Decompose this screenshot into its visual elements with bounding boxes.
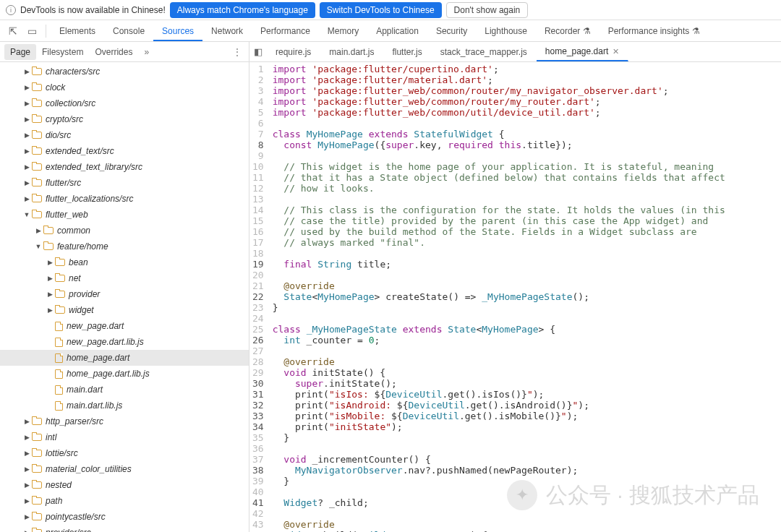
code-line[interactable]: int _counter = 0; bbox=[273, 335, 725, 346]
code-line[interactable]: print("isAndroid: ${DeviceUtil.get().isA… bbox=[273, 400, 725, 411]
folder-widget[interactable]: ▶widget bbox=[0, 302, 249, 318]
chevron-right-icon[interactable]: ▶ bbox=[23, 147, 30, 155]
navigator-tab-filesystem[interactable]: Filesystem bbox=[36, 44, 89, 60]
folder-provider[interactable]: ▶provider bbox=[0, 286, 249, 302]
chevron-right-icon[interactable]: ▶ bbox=[46, 306, 54, 314]
tab-network[interactable]: Network bbox=[202, 22, 252, 40]
code-line[interactable] bbox=[273, 346, 725, 356]
code-line[interactable]: void _incrementCounter() { bbox=[273, 454, 725, 465]
folder-lottie-src[interactable]: ▶lottie/src bbox=[0, 445, 249, 461]
folder-extended-text-library-src[interactable]: ▶extended_text_library/src bbox=[0, 159, 249, 175]
code-content[interactable]: import 'package:flutter/cupertino.dart';… bbox=[270, 62, 725, 532]
chevron-right-icon[interactable]: ▶ bbox=[23, 179, 30, 186]
code-line[interactable]: class MyHomePage extends StatefulWidget … bbox=[273, 129, 725, 140]
code-line[interactable] bbox=[273, 248, 725, 259]
code-line[interactable]: } bbox=[273, 476, 725, 486]
file-tree[interactable]: ▶characters/src▶clock▶collection/src▶cry… bbox=[0, 62, 249, 532]
code-line[interactable]: // This widget is the home page of your … bbox=[273, 161, 725, 172]
code-line[interactable] bbox=[273, 508, 725, 519]
chevron-right-icon[interactable]: ▶ bbox=[46, 291, 54, 298]
code-line[interactable]: // how it looks. bbox=[273, 183, 725, 194]
dont-show-again-button[interactable]: Don't show again bbox=[446, 2, 529, 18]
code-line[interactable]: // This class is the configuration for t… bbox=[273, 205, 725, 215]
more-tabs-icon[interactable]: » bbox=[141, 47, 152, 57]
code-line[interactable]: // that it has a State object (defined b… bbox=[273, 172, 725, 183]
chevron-right-icon[interactable]: ▶ bbox=[23, 481, 30, 489]
folder-net[interactable]: ▶net bbox=[0, 270, 249, 286]
code-line[interactable] bbox=[273, 313, 725, 324]
navigator-tab-overrides[interactable]: Overrides bbox=[89, 44, 138, 60]
tab-elements[interactable]: Elements bbox=[51, 22, 104, 40]
code-line[interactable]: print("initState"); bbox=[273, 421, 725, 432]
chevron-right-icon[interactable]: ▶ bbox=[23, 116, 30, 123]
file-tab-main-dart-js[interactable]: main.dart.js bbox=[320, 43, 383, 61]
code-line[interactable]: class _MyHomePageState extends State<MyH… bbox=[273, 324, 725, 335]
code-line[interactable] bbox=[273, 194, 725, 205]
code-line[interactable]: // always marked "final". bbox=[273, 237, 725, 248]
code-line[interactable]: import 'package:flutter_web/common/util/… bbox=[273, 107, 725, 118]
code-line[interactable]: print("isIos: ${DeviceUtil.get().isIos()… bbox=[273, 389, 725, 400]
code-line[interactable] bbox=[273, 443, 725, 454]
chevron-right-icon[interactable]: ▶ bbox=[23, 418, 30, 425]
code-line[interactable]: super.initState(); bbox=[273, 378, 725, 389]
code-line[interactable]: @override bbox=[273, 356, 725, 367]
navigator-tab-page[interactable]: Page bbox=[4, 44, 36, 60]
code-editor[interactable]: 1234567891011121314151617181920212223242… bbox=[249, 62, 781, 532]
code-line[interactable]: import 'package:flutter/cupertino.dart'; bbox=[273, 64, 725, 74]
chevron-right-icon[interactable]: ▶ bbox=[23, 450, 30, 457]
folder-material-color-utilities[interactable]: ▶material_color_utilities bbox=[0, 461, 249, 477]
folder-intl[interactable]: ▶intl bbox=[0, 429, 249, 445]
folder-dio-src[interactable]: ▶dio/src bbox=[0, 127, 249, 143]
chevron-right-icon[interactable]: ▶ bbox=[23, 513, 30, 520]
folder-feature-home[interactable]: ▼feature/home bbox=[0, 239, 249, 254]
folder-flutter-web[interactable]: ▼flutter_web bbox=[0, 207, 249, 223]
code-line[interactable]: final String title; bbox=[273, 259, 725, 270]
folder-http-parser-src[interactable]: ▶http_parser/src bbox=[0, 413, 249, 429]
file-main-dart[interactable]: main.dart bbox=[0, 382, 249, 398]
folder-characters-src[interactable]: ▶characters/src bbox=[0, 64, 249, 80]
file-new-page-dart[interactable]: new_page.dart bbox=[0, 318, 249, 334]
chevron-right-icon[interactable]: ▶ bbox=[23, 84, 30, 91]
chevron-right-icon[interactable]: ▶ bbox=[46, 259, 54, 266]
code-line[interactable]: void initState() { bbox=[273, 367, 725, 378]
code-line[interactable] bbox=[273, 270, 725, 280]
tab-performance-insights-[interactable]: Performance insights ⚗ bbox=[599, 22, 709, 40]
tab-performance[interactable]: Performance bbox=[252, 22, 319, 40]
tab-lighthouse[interactable]: Lighthouse bbox=[476, 22, 536, 40]
close-tab-icon[interactable]: ✕ bbox=[613, 47, 619, 56]
chevron-right-icon[interactable]: ▶ bbox=[23, 434, 30, 441]
code-line[interactable] bbox=[273, 118, 725, 129]
file-new-page-dart-lib-js[interactable]: new_page.dart.lib.js bbox=[0, 334, 249, 350]
tab-security[interactable]: Security bbox=[427, 22, 476, 40]
inspect-element-icon[interactable]: ⇱ bbox=[4, 22, 22, 40]
file-home-page-dart[interactable]: home_page.dart bbox=[0, 350, 249, 366]
file-tab-flutter-js[interactable]: flutter.js bbox=[383, 43, 431, 61]
always-match-language-button[interactable]: Always match Chrome's language bbox=[170, 2, 315, 18]
code-line[interactable]: Widget? _child; bbox=[273, 497, 725, 508]
code-line[interactable] bbox=[273, 486, 725, 497]
chevron-right-icon[interactable]: ▶ bbox=[23, 195, 30, 202]
tab-sources[interactable]: Sources bbox=[153, 22, 202, 40]
folder-crypto-src[interactable]: ▶crypto/src bbox=[0, 111, 249, 127]
code-line[interactable]: print("isMobile: ${DeviceUtil.get().isMo… bbox=[273, 411, 725, 421]
folder-flutter-localizations-src[interactable]: ▶flutter_localizations/src bbox=[0, 191, 249, 207]
chevron-right-icon[interactable]: ▶ bbox=[23, 68, 30, 75]
folder-bean[interactable]: ▶bean bbox=[0, 254, 249, 270]
code-line[interactable]: @override bbox=[273, 280, 725, 291]
code-line[interactable]: // case the title) provided by the paren… bbox=[273, 215, 725, 226]
code-line[interactable]: const MyHomePage({super.key, required th… bbox=[273, 140, 725, 150]
chevron-down-icon[interactable]: ▼ bbox=[35, 243, 42, 250]
code-line[interactable]: // used by the build method of the State… bbox=[273, 226, 725, 237]
code-line[interactable]: State<MyHomePage> createState() => _MyHo… bbox=[273, 291, 725, 302]
chevron-right-icon[interactable]: ▶ bbox=[23, 466, 30, 473]
code-line[interactable]: @override bbox=[273, 519, 725, 530]
code-line[interactable]: import 'package:flutter_web/common/route… bbox=[273, 96, 725, 107]
file-main-dart-lib-js[interactable]: main.dart.lib.js bbox=[0, 398, 249, 413]
chevron-right-icon[interactable]: ▶ bbox=[46, 275, 54, 282]
chevron-right-icon[interactable]: ▶ bbox=[23, 132, 30, 139]
switch-devtools-chinese-button[interactable]: Switch DevTools to Chinese bbox=[320, 2, 442, 18]
toggle-navigator-icon[interactable]: ◧ bbox=[249, 43, 267, 60]
file-tab-require-js[interactable]: require.js bbox=[267, 43, 320, 61]
folder-provider-src[interactable]: ▶provider/src bbox=[0, 525, 249, 532]
chevron-right-icon[interactable]: ▶ bbox=[23, 100, 30, 107]
